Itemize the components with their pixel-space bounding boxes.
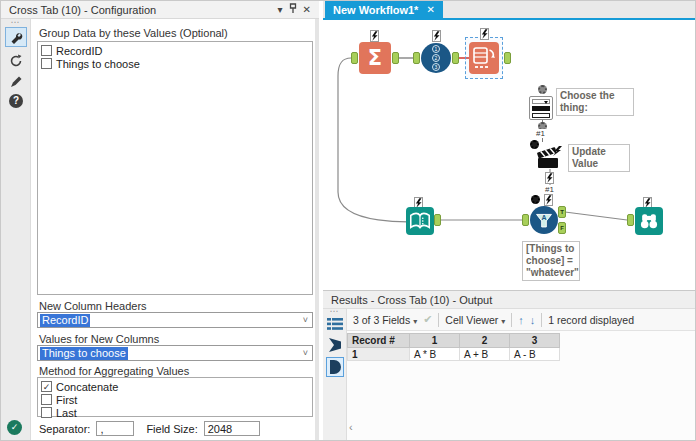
col-record[interactable]: Record # xyxy=(348,334,410,348)
method-item-label: Last xyxy=(56,407,77,419)
summarize-tool[interactable]: Σ xyxy=(359,42,391,74)
col-1[interactable]: 1 xyxy=(410,334,460,348)
new-column-headers-combo[interactable]: RecordID ˅ xyxy=(37,312,313,328)
fields-dropdown[interactable]: 3 of 3 Fields ▾ xyxy=(353,314,417,326)
summarize-input-anchor[interactable] xyxy=(351,52,358,64)
filter-tool[interactable]: A xyxy=(530,206,558,234)
filter-input-anchor[interactable] xyxy=(522,214,529,226)
tab-navigation-icon[interactable] xyxy=(5,51,27,71)
cell-value[interactable]: A * B xyxy=(410,348,460,361)
down-arrow-icon[interactable]: ↓ xyxy=(530,314,536,326)
overflow-dots-icon: ⋯ xyxy=(323,306,346,316)
filter-false-anchor[interactable]: F xyxy=(558,222,566,234)
output-anchor-button[interactable] xyxy=(326,357,344,377)
dropdown-field-icon xyxy=(532,99,550,104)
record-id-tool[interactable]: 1 2 3 xyxy=(421,43,451,73)
lightning-anchor-icon[interactable] xyxy=(370,30,379,42)
group-item-label: RecordID xyxy=(56,45,102,57)
combo-selected-value: Things to choose xyxy=(40,347,128,360)
separator-input[interactable]: , xyxy=(96,421,134,436)
chevron-down-icon: ˅ xyxy=(303,348,308,358)
action-update-value-tool[interactable] xyxy=(536,144,564,170)
checkbox[interactable]: ✓ xyxy=(41,45,52,56)
tab-configuration-wrench-icon[interactable] xyxy=(5,27,27,47)
tab-annotation-pen-icon[interactable] xyxy=(5,71,27,91)
cell-value[interactable]: A - B xyxy=(510,348,560,361)
toolbar-divider xyxy=(541,313,542,327)
cell-viewer-dropdown[interactable]: Cell Viewer ▾ xyxy=(445,314,505,326)
cross-tab-tool[interactable] xyxy=(469,42,499,74)
separator-row: Separator: , Field Size: 2048 xyxy=(39,421,260,436)
sigma-icon: Σ xyxy=(368,46,382,70)
group-data-label: Group Data by these Values (Optional) xyxy=(39,27,228,39)
checkbox[interactable]: ✓ xyxy=(41,58,52,69)
drop-down-tool[interactable] xyxy=(529,96,553,120)
recordid-input-anchor[interactable] xyxy=(413,52,420,64)
configuration-sidebar: ⋯ ? xyxy=(1,19,31,441)
group-item-things-to-choose[interactable]: ✓ Things to choose xyxy=(41,57,309,70)
group-item-label: Things to choose xyxy=(56,58,140,70)
col-3[interactable]: 3 xyxy=(510,334,560,348)
results-panel-title: Results - Cross Tab (10) - Output xyxy=(323,291,696,309)
checkbox[interactable]: ✓ xyxy=(41,407,52,418)
up-arrow-icon[interactable]: ↑ xyxy=(518,314,524,326)
field-size-input[interactable]: 2048 xyxy=(204,421,260,436)
svg-text:A: A xyxy=(541,214,546,221)
scroll-left-icon[interactable]: ‹ xyxy=(349,421,353,433)
close-icon[interactable]: ✕ xyxy=(303,4,311,15)
col-2[interactable]: 2 xyxy=(460,334,510,348)
input-anchor-button[interactable] xyxy=(328,337,342,355)
cell-record-num[interactable]: 1 xyxy=(348,348,410,361)
method-item-last[interactable]: ✓ Last xyxy=(41,406,309,419)
tab-help-icon[interactable]: ? xyxy=(5,91,27,111)
configuration-panel-title: Cross Tab (10) - Configuration xyxy=(9,4,156,16)
new-column-headers-label: New Column Headers xyxy=(39,300,147,312)
checkbox[interactable]: ✓ xyxy=(41,394,52,405)
crosstab-output-anchor[interactable] xyxy=(504,52,511,64)
lightning-anchor-icon[interactable] xyxy=(545,172,554,184)
method-label: Method for Aggregating Values xyxy=(39,365,189,377)
dropdown-selected-icon xyxy=(532,106,550,111)
group-item-recordid[interactable]: ✓ RecordID xyxy=(41,44,309,57)
summarize-output-anchor[interactable] xyxy=(392,52,399,64)
results-table[interactable]: Record # 1 2 3 1 A * B A + B A - B xyxy=(347,333,560,361)
method-item-first[interactable]: ✓ First xyxy=(41,393,309,406)
lightning-anchor-icon[interactable] xyxy=(544,194,553,206)
workflow-tab[interactable]: New Workflow1* ✕ xyxy=(325,1,443,18)
workflow-canvas[interactable]: Σ 1 2 3 xyxy=(323,20,696,290)
lightning-anchor-icon[interactable] xyxy=(432,30,441,42)
action-annotation[interactable]: Update Value xyxy=(568,144,630,172)
method-listbox[interactable]: ✓ Concatenate ✓ First ✓ Last xyxy=(37,377,313,417)
panel-menu-icon[interactable]: ▾ xyxy=(278,4,283,15)
filter-true-anchor[interactable]: T xyxy=(558,206,566,218)
pin-icon[interactable] xyxy=(289,3,297,16)
input-output-anchor[interactable] xyxy=(434,214,441,226)
group-data-listbox[interactable]: ✓ RecordID ✓ Things to choose xyxy=(37,41,313,295)
lightning-anchor-icon[interactable] xyxy=(480,28,489,40)
filter-annotation[interactable]: [Things to choose] = "whatever" xyxy=(522,241,580,281)
input-data-tool[interactable] xyxy=(406,207,434,235)
clapperboard-icon xyxy=(536,144,564,170)
table-row[interactable]: 1 A * B A + B A - B xyxy=(348,348,560,361)
values-for-new-columns-combo[interactable]: Things to choose ˅ xyxy=(37,345,313,361)
recordid-output-anchor[interactable] xyxy=(452,52,459,64)
dropdown-annotation[interactable]: Choose the thing: xyxy=(556,88,634,116)
results-toolbar: 3 of 3 Fields ▾ ✔ Cell Viewer ▾ ↑ ↓ 1 re… xyxy=(347,309,696,331)
cross-tab-pivot-icon xyxy=(470,44,498,72)
workflow-tab-title: New Workflow1* xyxy=(333,4,418,16)
record-id-123-icon: 1 2 3 xyxy=(432,45,440,71)
toolbar-divider xyxy=(511,313,512,327)
browse-input-anchor[interactable] xyxy=(627,214,634,226)
connection-label: #1 xyxy=(544,185,555,194)
table-view-icon[interactable] xyxy=(327,317,343,333)
method-item-concatenate[interactable]: ✓ Concatenate xyxy=(41,380,309,393)
tab-close-icon[interactable]: ✕ xyxy=(426,4,434,15)
checkbox[interactable]: ✓ xyxy=(41,381,52,392)
browse-tool[interactable] xyxy=(635,207,663,235)
chevron-down-icon: ▾ xyxy=(413,317,417,326)
results-sidebar: ⋯ xyxy=(323,309,347,441)
question-anchor-gear-icon[interactable] xyxy=(538,85,547,94)
action-input-gear-icon[interactable] xyxy=(531,195,540,204)
apply-check-icon[interactable]: ✔ xyxy=(423,313,432,326)
cell-value[interactable]: A + B xyxy=(460,348,510,361)
